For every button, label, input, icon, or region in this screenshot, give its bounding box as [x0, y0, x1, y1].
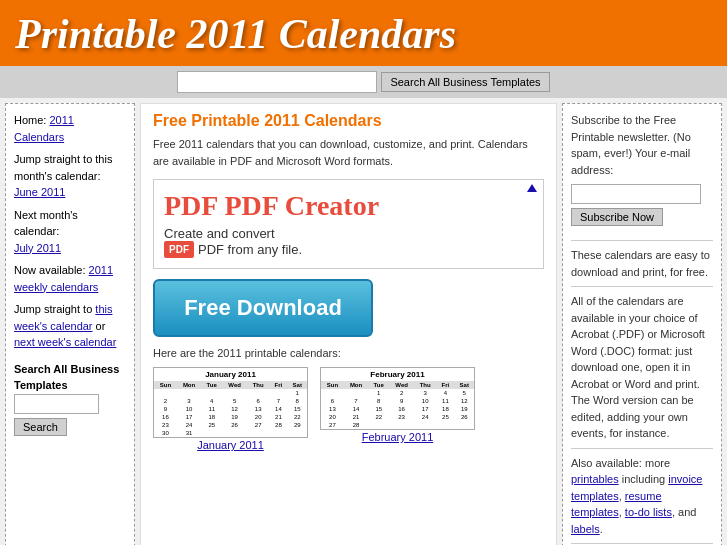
email-input[interactable]: [571, 184, 701, 204]
calendar-cell: 6: [321, 397, 344, 405]
search-bar: Search All Business Templates: [0, 66, 727, 98]
right-sidebar: Subscribe to the Free Printable newslett…: [562, 103, 722, 545]
calendar-cell: 21: [269, 413, 287, 421]
calendar-cell: 10: [414, 397, 436, 405]
also-available-text: Also available: more: [571, 457, 670, 469]
calendar-cell: 23: [154, 421, 177, 429]
left-search-section: Search All Business Templates Search: [14, 361, 126, 436]
calendar-cell: 7: [269, 397, 287, 405]
june-link[interactable]: June 2011: [14, 186, 65, 198]
feb-sat: Sat: [455, 381, 474, 389]
calendar-cell: [222, 429, 247, 437]
divider4: [571, 543, 713, 544]
calendar-cell: 9: [389, 397, 414, 405]
calendar-cell: 2: [154, 397, 177, 405]
feb-header: February 2011: [321, 368, 474, 381]
jan-thu: Thu: [247, 381, 269, 389]
todo-link[interactable]: to-do lists: [625, 506, 672, 518]
now-available: Now available: 2011 weekly calendars: [14, 262, 126, 295]
printables-link[interactable]: printables: [571, 473, 619, 485]
search-button[interactable]: Search All Business Templates: [381, 72, 549, 92]
calendar-february: February 2011 Sun Mon Tue Wed Thu Fri Sa…: [320, 367, 475, 452]
calendar-cell: [201, 429, 222, 437]
calendar-cell: 15: [288, 405, 307, 413]
jan-sun: Sun: [154, 381, 177, 389]
jan-mon: Mon: [177, 381, 201, 389]
center-content: Free Printable 2011 Calendars Free 2011 …: [140, 103, 557, 545]
calendar-cell: [455, 421, 474, 429]
calendar-cell: [247, 429, 269, 437]
calendar-cell: 13: [321, 405, 344, 413]
left-search-input[interactable]: [14, 394, 99, 414]
search-input[interactable]: [177, 71, 377, 93]
calendar-cell: 31: [177, 429, 201, 437]
calendar-cell: 1: [368, 389, 389, 397]
left-search-button[interactable]: Search: [14, 418, 67, 436]
or-label: or: [96, 320, 106, 332]
pdf-logo: PDF PDF Creator: [164, 190, 533, 222]
calendar-cell: 27: [247, 421, 269, 429]
calendar-cell: 8: [368, 397, 389, 405]
calendar-cell: 25: [436, 413, 454, 421]
jan-header: January 2011: [154, 368, 307, 381]
calendar-january: January 2011 Sun Mon Tue Wed Thu Fri Sat: [153, 367, 308, 452]
next-month: Next month's calendar: July 2011: [14, 207, 126, 257]
calendar-cell: 14: [344, 405, 368, 413]
pdf-tagline: Create and convert PDF PDF from any file…: [164, 226, 533, 258]
february-link[interactable]: February 2011: [362, 431, 434, 443]
calendar-cell: 4: [201, 397, 222, 405]
jan-tue: Tue: [201, 381, 222, 389]
including-text: including: [622, 473, 665, 485]
pdf-icon: PDF: [164, 241, 194, 258]
calendar-cell: [436, 421, 454, 429]
jump-label: Jump straight to this month's calendar:: [14, 153, 112, 182]
table-row: 6789101112: [321, 397, 474, 405]
calendar-cell: [389, 421, 414, 429]
calendar-cell: 29: [288, 421, 307, 429]
subscribe-button[interactable]: Subscribe Now: [571, 208, 663, 226]
center-heading: Free Printable 2011 Calendars: [153, 112, 544, 130]
calendar-cell: 3: [414, 389, 436, 397]
calendar-cell: 2: [389, 389, 414, 397]
next-week-link[interactable]: next week's calendar: [14, 336, 116, 348]
calendar-cell: 12: [455, 397, 474, 405]
calendar-cell: 28: [269, 421, 287, 429]
jan-wed: Wed: [222, 381, 247, 389]
calendar-cell: 1: [288, 389, 307, 397]
calendar-cell: 9: [154, 405, 177, 413]
calendar-cell: [177, 389, 201, 397]
january-link[interactable]: January 2011: [197, 439, 264, 451]
feb-wed: Wed: [389, 381, 414, 389]
feb-mon: Mon: [344, 381, 368, 389]
calendar-cell: 21: [344, 413, 368, 421]
calendar-cell: [269, 389, 287, 397]
calendar-cell: 5: [455, 389, 474, 397]
calendar-cell: 17: [177, 413, 201, 421]
calendar-cell: 27: [321, 421, 344, 429]
calendar-cell: 18: [201, 413, 222, 421]
home-nav: Home: 2011 Calendars: [14, 112, 126, 145]
table-row: 3031: [154, 429, 307, 437]
january-calendar: January 2011 Sun Mon Tue Wed Thu Fri Sat: [153, 367, 308, 438]
july-link[interactable]: July 2011: [14, 242, 61, 254]
next-month-label: Next month's calendar:: [14, 209, 78, 238]
calendar-cell: 20: [247, 413, 269, 421]
calendar-cell: 22: [368, 413, 389, 421]
and-text: and: [678, 506, 696, 518]
table-row: 2728: [321, 421, 474, 429]
free-download-button[interactable]: Free Download: [153, 279, 373, 337]
calendar-cell: 15: [368, 405, 389, 413]
feb-thu: Thu: [414, 381, 436, 389]
easy-text: These calendars are easy to download and…: [571, 247, 713, 280]
feb-tue: Tue: [368, 381, 389, 389]
calendar-cell: [414, 421, 436, 429]
calendar-cell: 6: [247, 397, 269, 405]
calendar-cell: 23: [389, 413, 414, 421]
labels-link[interactable]: labels: [571, 523, 600, 535]
calendar-cell: 11: [436, 397, 454, 405]
calendar-cell: [368, 421, 389, 429]
calendar-cell: 26: [222, 421, 247, 429]
table-row: 16171819202122: [154, 413, 307, 421]
calendar-cell: 26: [455, 413, 474, 421]
pdf-ad[interactable]: PDF PDF Creator Create and convert PDF P…: [153, 179, 544, 269]
